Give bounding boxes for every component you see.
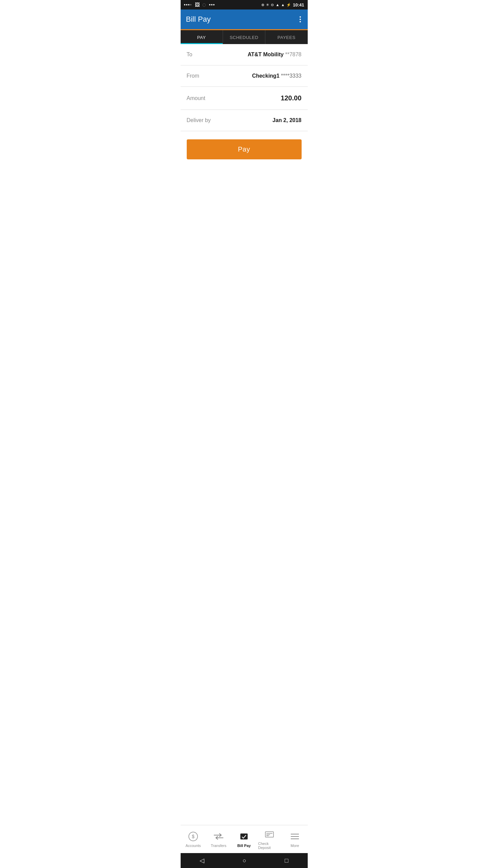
to-row[interactable]: To AT&T Mobility **7878 xyxy=(181,44,308,65)
svg-rect-5 xyxy=(265,832,273,837)
nav-transfers[interactable]: Transfers xyxy=(206,825,231,853)
to-value: AT&T Mobility **7878 xyxy=(248,52,302,58)
payee-number: **7878 xyxy=(285,52,301,57)
status-bar-left: 🖼 ◌ xyxy=(184,2,215,7)
amount-label: Amount xyxy=(187,95,205,101)
checkdeposit-label: Check Deposit xyxy=(258,842,281,850)
recents-button[interactable]: □ xyxy=(285,857,288,864)
svg-text:$: $ xyxy=(192,834,195,839)
transfers-icon xyxy=(214,831,224,842)
transfers-label: Transfers xyxy=(211,844,226,848)
nav-billpay[interactable]: Bill Pay xyxy=(231,825,257,853)
checkdeposit-icon xyxy=(264,829,274,840)
pay-button-wrapper: Pay xyxy=(181,131,308,167)
system-nav-bar: ◁ ○ □ xyxy=(181,853,308,868)
battery-icon: ⚡ xyxy=(286,3,291,7)
bottom-nav: $ Accounts Transfers Bill Pay xyxy=(181,825,308,853)
more-label: More xyxy=(290,844,299,848)
page-title: Bill Pay xyxy=(186,15,211,24)
from-value: Checking1 ****3333 xyxy=(252,73,302,79)
deliver-by-value: Jan 2, 2018 xyxy=(272,117,301,123)
signal-dots2 xyxy=(209,4,215,5)
more-icon xyxy=(290,831,300,842)
payee-name: AT&T Mobility xyxy=(248,52,284,57)
wifi-icon: ▲ xyxy=(276,3,279,7)
amount-value: 120.00 xyxy=(281,94,301,102)
accounts-icon: $ xyxy=(188,831,198,842)
tab-payees[interactable]: PAYEES xyxy=(265,30,307,44)
nav-more[interactable]: More xyxy=(282,825,308,853)
accounts-label: Accounts xyxy=(185,844,201,848)
status-bar: 🖼 ◌ ⊕ ✳ ⊖ ▲ ▲ ⚡ 10:41 xyxy=(181,0,308,9)
from-row[interactable]: From Checking1 ****3333 xyxy=(181,65,308,87)
amount-row[interactable]: Amount 120.00 xyxy=(181,87,308,110)
loading-icon: ◌ xyxy=(202,2,206,7)
svg-rect-4 xyxy=(241,834,247,839)
bluetooth-icon: ✳ xyxy=(266,3,269,7)
pay-button[interactable]: Pay xyxy=(187,139,302,159)
signal-icon: ▲ xyxy=(281,3,285,7)
nav-accounts[interactable]: $ Accounts xyxy=(181,825,206,853)
sync-icon: ⊕ xyxy=(261,3,264,7)
photo-icon: 🖼 xyxy=(195,2,200,7)
status-bar-right: ⊕ ✳ ⊖ ▲ ▲ ⚡ 10:41 xyxy=(261,2,304,7)
minus-icon: ⊖ xyxy=(271,3,274,7)
more-options-button[interactable] xyxy=(298,15,302,24)
account-name: Checking1 xyxy=(252,73,280,79)
status-time: 10:41 xyxy=(293,2,304,7)
signal-dots xyxy=(184,4,191,5)
tab-bar: PAY SCHEDULED PAYEES xyxy=(181,30,308,44)
tab-scheduled[interactable]: SCHEDULED xyxy=(223,30,265,44)
home-button[interactable]: ○ xyxy=(243,857,246,864)
tab-pay[interactable]: PAY xyxy=(181,30,223,44)
account-number: ****3333 xyxy=(281,73,302,79)
content-area: To AT&T Mobility **7878 From Checking1 *… xyxy=(181,44,308,496)
nav-checkdeposit[interactable]: Check Deposit xyxy=(257,825,282,853)
from-label: From xyxy=(187,73,199,79)
back-button[interactable]: ◁ xyxy=(200,857,204,864)
billpay-label: Bill Pay xyxy=(237,844,251,848)
billpay-icon xyxy=(239,831,249,842)
app-header: Bill Pay xyxy=(181,9,308,30)
deliver-by-row[interactable]: Deliver by Jan 2, 2018 xyxy=(181,110,308,131)
to-label: To xyxy=(187,52,192,58)
deliver-by-label: Deliver by xyxy=(187,117,211,123)
